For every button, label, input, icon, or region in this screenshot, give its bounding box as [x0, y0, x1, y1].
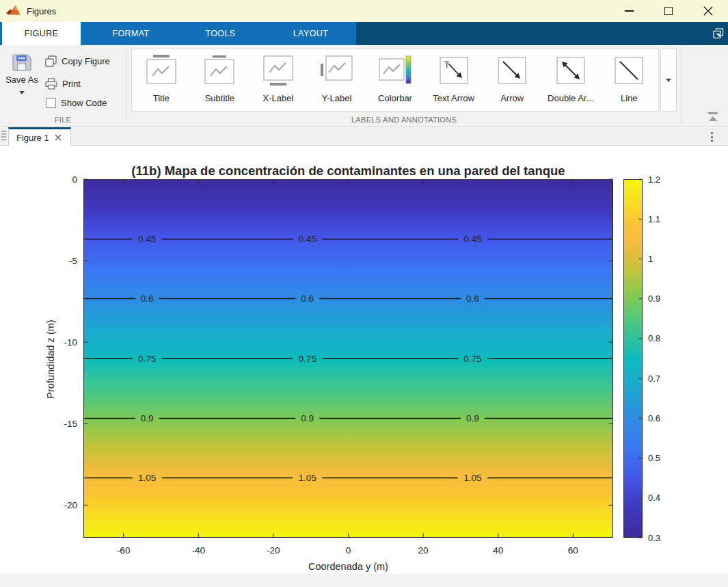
y-tick-label: -5: [69, 256, 77, 266]
contour-label: 0.6: [466, 294, 479, 304]
ribbon-tab-tools[interactable]: TOOLS: [176, 22, 265, 45]
figure-tab[interactable]: Figure 1: [8, 127, 71, 146]
annotation-button-label: Line: [621, 93, 638, 103]
show-code-label: Show Code: [61, 98, 107, 108]
save-as-button[interactable]: Save As: [3, 53, 41, 118]
contour-label: 0.75: [463, 354, 481, 364]
annotation-button-x-label[interactable]: X-Label: [249, 49, 308, 111]
colorbar-tick-label: 1.2: [648, 174, 660, 185]
annotation-button-colorbar[interactable]: Colorbar: [366, 49, 424, 111]
x-label-icon: [262, 54, 295, 88]
contour-label: 0.6: [141, 294, 154, 304]
contour-label: 0.6: [301, 294, 314, 304]
collapse-ribbon-button[interactable]: [706, 112, 720, 123]
double-arrow-icon: [554, 54, 587, 88]
gallery-dropdown-button[interactable]: [660, 49, 677, 112]
tab-bar-grip-handle[interactable]: [1, 131, 6, 140]
text-arrow-icon: T: [437, 54, 470, 88]
colorbar-tick-label: 1: [648, 254, 653, 264]
x-tick-label: 40: [493, 545, 503, 556]
y-tick-label: 0: [72, 174, 77, 185]
x-tick-label: 60: [568, 545, 578, 556]
x-tick-label: 20: [418, 545, 429, 556]
annotation-button-y-label[interactable]: Y-Label: [308, 49, 366, 111]
window-title: Figures: [27, 6, 56, 16]
chart-svg: -60-40-2002040600-5-10-15-200.450.450.45…: [0, 146, 728, 587]
ribbon-tab-layout[interactable]: LAYOUT: [265, 22, 356, 45]
copy-icon: [45, 55, 57, 67]
colorbar-tick-label: 0.7: [648, 374, 660, 384]
annotation-button-label: Text Arrow: [433, 93, 474, 103]
colorbar-tick-label: 0.5: [648, 453, 660, 463]
ribbon-tab-format[interactable]: FORMAT: [86, 22, 176, 45]
annotation-button-line[interactable]: Line: [600, 49, 659, 111]
annotations-section-label: LABELS AND ANNOTATIONS: [131, 116, 677, 124]
annotation-button-label: Title: [153, 93, 170, 103]
subtitle-icon: [203, 54, 236, 88]
colorbar-tick-label: 0.9: [648, 294, 660, 304]
annotation-button-label: Double Ar...: [548, 93, 593, 103]
annotation-button-label: Y-Label: [322, 93, 352, 103]
colorbar-tick-label: 0.4: [648, 493, 660, 503]
close-icon: [703, 6, 713, 16]
matlab-logo-icon: [5, 3, 22, 19]
minimize-icon: [625, 10, 634, 12]
colorbar-icon: [379, 54, 412, 88]
maximize-button[interactable]: [649, 0, 688, 22]
annotation-button-label: Subtitle: [205, 93, 234, 103]
colorbar-tick-label: 0.3: [648, 533, 660, 543]
tab-bar-menu-button[interactable]: [711, 132, 713, 142]
copy-figure-button[interactable]: Copy Figure: [45, 52, 110, 70]
colorbar-tick-label: 0.6: [648, 413, 660, 423]
y-tick-label: -15: [64, 419, 77, 429]
x-tick-label: -40: [192, 545, 206, 556]
figure-tab-close-button[interactable]: [55, 134, 62, 141]
y-tick-label: -10: [64, 337, 77, 348]
file-section-label: FILE: [0, 116, 126, 124]
ribbon-tabs: FIGUREFORMATTOOLSLAYOUT: [0, 22, 356, 45]
document-tab-bar: Figure 1: [0, 127, 728, 146]
dock-figure-icon[interactable]: [713, 28, 724, 39]
copy-figure-label: Copy Figure: [62, 56, 110, 66]
maximize-icon: [664, 7, 673, 15]
collapse-ribbon-icon: [708, 112, 718, 114]
ribbon-tab-figure[interactable]: FIGURE: [2, 22, 81, 45]
print-button[interactable]: Print: [45, 75, 81, 92]
annotation-button-text-arrow[interactable]: TText Arrow: [424, 49, 483, 111]
colorbar-tick-label: 0.8: [648, 333, 660, 343]
ribbon-tab-row: FIGUREFORMATTOOLSLAYOUT: [0, 22, 728, 45]
annotation-button-subtitle[interactable]: Subtitle: [191, 49, 250, 111]
figure-canvas: (11b) Mapa de concentración de contamina…: [0, 146, 728, 587]
y-label-icon: [320, 54, 353, 88]
contour-label: 0.75: [299, 354, 316, 364]
save-as-dropdown-icon: [19, 91, 25, 94]
show-code-checkbox[interactable]: [46, 98, 56, 108]
arrow-icon: [496, 54, 528, 88]
close-tab-icon: [55, 134, 62, 141]
contour-label: 0.45: [463, 234, 481, 244]
save-icon: [12, 53, 32, 72]
x-tick-label: -20: [267, 545, 280, 556]
annotation-button-double-arrow[interactable]: Double Ar...: [541, 49, 600, 111]
annotation-button-label: Arrow: [500, 93, 524, 103]
close-button[interactable]: [688, 0, 728, 22]
contour-label: 1.05: [138, 473, 156, 483]
contour-label: 0.45: [138, 234, 156, 244]
contour-label: 1.05: [299, 473, 316, 483]
contour-label: 0.45: [299, 234, 316, 244]
figure-tab-label: Figure 1: [16, 133, 49, 143]
ribbon: Save As Copy Figure Print Show Code FILE…: [0, 45, 728, 127]
contour-label: 0.9: [466, 413, 479, 423]
contour-label: 0.9: [141, 413, 154, 423]
annotation-button-label: X-Label: [263, 93, 294, 103]
print-label: Print: [62, 79, 81, 89]
show-code-checkbox-row[interactable]: Show Code: [45, 94, 107, 112]
line-icon: [612, 54, 645, 88]
annotation-button-title[interactable]: Title: [132, 49, 191, 111]
window-titlebar: Figures: [0, 0, 728, 22]
x-tick-label: 0: [346, 545, 351, 556]
annotation-button-arrow[interactable]: Arrow: [483, 49, 541, 111]
print-icon: [45, 78, 57, 90]
x-tick-label: -60: [117, 545, 131, 556]
minimize-button[interactable]: [609, 0, 649, 22]
